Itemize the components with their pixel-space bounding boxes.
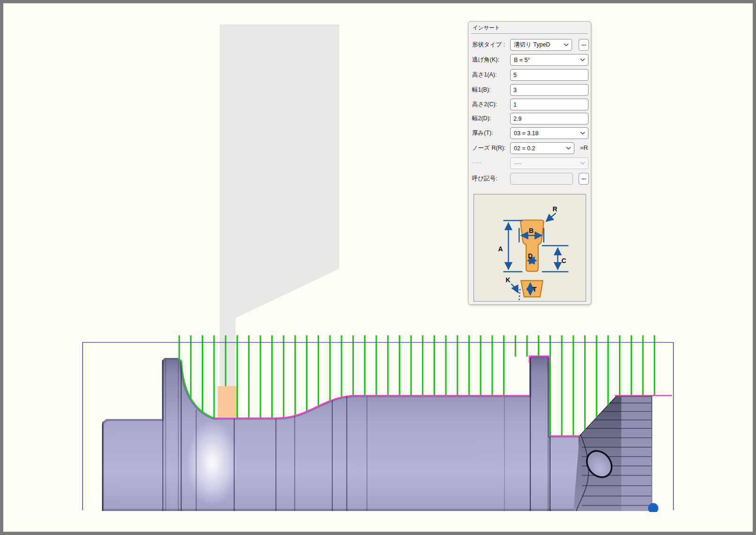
- chevron-down-icon: [580, 58, 585, 62]
- title-separator: [471, 33, 588, 34]
- row-height1: 高さ1(A):: [468, 69, 591, 81]
- dialog-title: インサート: [473, 24, 500, 31]
- dim-label-d: D: [528, 252, 533, 260]
- row-shape-type: 形状タイプ : 溝切り TypeD ...: [468, 39, 591, 51]
- chevron-down-icon: [580, 162, 585, 165]
- height2-label: 高さ2(C):: [472, 101, 497, 109]
- row-nose-radius: ノーズ R(R): 02 = 0.2 =R: [468, 142, 591, 154]
- row-width2: 幅2(D):: [468, 113, 591, 124]
- unused-label: ----: [472, 159, 482, 166]
- row-width1: 幅1(B):: [468, 84, 591, 96]
- shape-type-more-button[interactable]: ...: [579, 39, 589, 51]
- insert-dimension-diagram: A B C D R K T: [473, 194, 586, 302]
- width1-label: 幅1(B):: [472, 86, 491, 94]
- shape-type-label: 形状タイプ :: [472, 41, 505, 49]
- tool-insert-tip[interactable]: [218, 386, 237, 417]
- width2-label: 幅2(D):: [472, 115, 491, 123]
- width1-input[interactable]: [510, 84, 588, 96]
- row-clearance-angle: 逃げ角(K): B = 5°: [468, 54, 591, 66]
- nose-radius-label: ノーズ R(R):: [472, 144, 505, 152]
- dim-label-t: T: [533, 286, 537, 293]
- dim-label-b: B: [529, 227, 534, 234]
- dim-label-k: K: [505, 276, 510, 284]
- nose-radius-select[interactable]: 02 = 0.2: [510, 142, 574, 154]
- specular-highlight: [186, 419, 238, 506]
- row-unused: ---- ----: [468, 157, 591, 169]
- height1-input[interactable]: [510, 69, 588, 81]
- chevron-down-icon: [566, 147, 571, 150]
- insert-dialog: インサート 形状タイプ : 溝切り TypeD ... 逃げ角(K): B = …: [468, 21, 591, 305]
- dim-label-r: R: [553, 205, 557, 213]
- designation-input: [510, 173, 573, 185]
- designation-more-button[interactable]: ...: [579, 173, 589, 185]
- row-thickness: 厚み(T): 03 = 3.18: [468, 127, 591, 139]
- dim-label-c: C: [561, 257, 566, 264]
- insert-shape-side: [521, 280, 543, 297]
- dim-label-a: A: [498, 245, 503, 253]
- application-window: インサート 形状タイプ : 溝切り TypeD ... 逃げ角(K): B = …: [0, 0, 756, 535]
- chevron-down-icon: [564, 43, 569, 47]
- shape-type-select[interactable]: 溝切り TypeD: [510, 39, 572, 51]
- thickness-select[interactable]: 03 = 3.18: [510, 127, 588, 139]
- clearance-angle-label: 逃げ角(K):: [472, 56, 499, 64]
- equals-r-text: =R: [580, 144, 588, 151]
- tool-holder[interactable]: [220, 24, 339, 387]
- height1-label: 高さ1(A):: [472, 71, 496, 79]
- clearance-angle-select[interactable]: B = 5°: [510, 54, 588, 66]
- height2-input[interactable]: [510, 99, 588, 110]
- thickness-label: 厚み(T):: [472, 129, 493, 137]
- designation-label: 呼び記号:: [472, 175, 497, 183]
- machining-viewport[interactable]: [0, 0, 756, 535]
- unused-select: ----: [510, 157, 588, 169]
- row-height2: 高さ2(C):: [468, 99, 591, 110]
- chevron-down-icon: [580, 132, 585, 135]
- origin-marker-dot: [648, 503, 658, 513]
- width2-input[interactable]: [510, 113, 588, 124]
- row-designation: 呼び記号: ...: [468, 173, 591, 185]
